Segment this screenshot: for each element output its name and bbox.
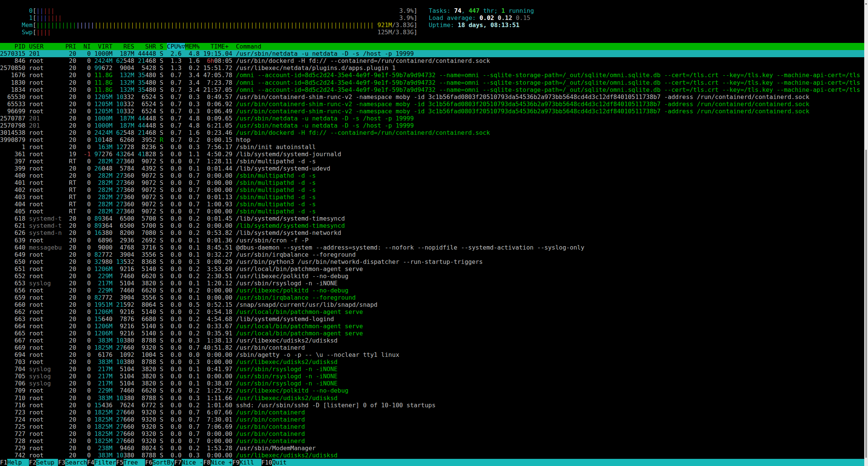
cell-virt: 11.8G	[95, 72, 113, 79]
fnlabel-kill[interactable]: Kill	[240, 459, 261, 466]
cell-user: root	[29, 93, 62, 101]
process-row-640[interactable]: 640 messagebu 20 0 9000 4768 3716 S 0.0 …	[0, 244, 864, 251]
fnlabel-search[interactable]: Search	[65, 459, 87, 466]
fnkey-f8[interactable]: F8	[203, 459, 210, 466]
fnlabel-filter[interactable]: Filter	[94, 459, 116, 466]
process-row-1[interactable]: 1 root 20 0 163M 12728 8236 S 0.0 0.3 7:…	[0, 143, 864, 151]
process-row-1834[interactable]: 1834 root 20 0 11.8G 132M 35480 S 0.7 3.…	[0, 86, 864, 93]
process-row-65533[interactable]: 65533 root 20 0 1205M 10332 6524 S 0.7 0…	[0, 101, 864, 108]
fnkey-f7[interactable]: F7	[174, 459, 181, 466]
process-row-397[interactable]: 397 root RT 0 282M 27360 9072 S 0.0 0.7 …	[0, 158, 864, 165]
fnlabel-nice-[interactable]: Nice -	[182, 459, 203, 466]
process-row-728[interactable]: 728 root 20 0 1825M 27660 9320 S 0.0 0.7…	[0, 437, 864, 445]
cell-ni: 0	[80, 287, 91, 294]
column-header-sort-cpu[interactable]: CPU%▽	[167, 43, 185, 50]
process-row-400[interactable]: 400 root 20 0 282M 27360 9072 S 0.0 0.7 …	[0, 172, 864, 179]
fnlabel-help[interactable]: Help	[7, 459, 29, 466]
process-row-3014538[interactable]: 3014538 root 20 0 2424M 62548 21468 S 0.…	[0, 129, 864, 136]
process-row-96699[interactable]: 96699 root 20 0 1205M 10332 6524 S 0.7 0…	[0, 108, 864, 115]
cell-user: root	[29, 323, 62, 330]
process-row-651[interactable]: 651 root 20 0 1206M 9216 5140 S 0.0 0.2 …	[0, 265, 864, 273]
process-row-694[interactable]: 694 root 20 0 6176 1092 1004 S 0.0 0.0 0…	[0, 351, 864, 358]
process-row-725[interactable]: 725 root 20 0 1825M 27660 9320 S 0.0 0.7…	[0, 423, 864, 430]
process-row-403[interactable]: 403 root RT 0 282M 27360 9072 S 0.0 0.7 …	[0, 193, 864, 201]
process-row-663[interactable]: 663 root 20 0 15640 7876 6680 S 0.0 0.2 …	[0, 315, 864, 323]
process-row-704[interactable]: 704 syslog 20 0 217M 5104 3820 S 0.0 0.1…	[0, 365, 864, 373]
process-row-660[interactable]: 660 root 20 0 1951M 21592 8064 S 0.0 0.5…	[0, 301, 864, 308]
process-row-727[interactable]: 727 root 20 0 1825M 27660 9320 S 0.0 0.7…	[0, 430, 864, 437]
scrollbar[interactable]	[864, 0, 868, 466]
process-row-639[interactable]: 639 root 20 0 6896 2936 2692 S 0.0 0.1 0…	[0, 237, 864, 244]
process-row-653[interactable]: 653 syslog 20 0 217M 5104 3820 S 0.0 0.1…	[0, 280, 864, 287]
column-headers-right[interactable]: MEM% TIME+ Command	[185, 43, 261, 50]
process-row-669[interactable]: 669 root 20 0 1825M 27660 9320 S 0.0 0.7…	[0, 344, 864, 351]
fnkey-f9[interactable]: F9	[232, 459, 240, 466]
fnlabel-setup[interactable]: Setup	[36, 459, 58, 466]
cell-state: S	[160, 229, 164, 236]
process-row-65530[interactable]: 65530 root 20 0 1205M 10332 6524 S 0.7 0…	[0, 93, 864, 101]
process-row-2570850[interactable]: 2570850 root 20 0 99672 9004 5428 S 1.3 …	[0, 64, 864, 72]
process-row-667[interactable]: 667 root 20 0 383M 10380 8788 S 0.0 0.3 …	[0, 337, 864, 344]
fnkey-f3[interactable]: F3	[58, 459, 65, 466]
process-row-626[interactable]: 626 systemd-n 20 0 16380 8200 7080 S 0.0…	[0, 229, 864, 236]
cell-mem: 0.1	[185, 251, 200, 258]
process-row-662[interactable]: 662 root 20 0 1206M 9216 5140 S 0.0 0.2 …	[0, 308, 864, 315]
process-row-652[interactable]: 652 root 20 0 229M 7460 6620 S 0.0 0.2 2…	[0, 273, 864, 280]
fnkey-f1[interactable]: F1	[0, 459, 7, 466]
process-row-846[interactable]: 846 root 20 0 2424M 62548 21468 S 1.3 1.…	[0, 57, 864, 64]
cell-res: 5784	[116, 165, 134, 172]
fnkey-f5[interactable]: F5	[116, 459, 123, 466]
process-row-2570798[interactable]: 2570798 201 20 0 1000M 187M 44448 S 0.7 …	[0, 122, 864, 129]
fnlabel-sortby[interactable]: SortBy	[153, 459, 174, 466]
process-row-706[interactable]: 706 syslog 20 0 217M 5104 3820 S 0.0 0.1…	[0, 380, 864, 387]
scrollbar-thumb[interactable]	[865, 150, 867, 458]
process-row-742[interactable]: 742 root 20 0 383M 10380 8788 S 0.0 0.3 …	[0, 452, 864, 459]
column-header-row[interactable]: PID USER PRI NI VIRT RES SHR S CPU%▽MEM%…	[0, 43, 864, 50]
process-row-2570787[interactable]: 2570787 201 20 0 1000M 187M 44448 S 0.7 …	[0, 115, 864, 122]
process-row-361[interactable]: 361 root 19 -1 97276 43264 41828 S 0.0 1…	[0, 151, 864, 158]
cell-cpu: 0.7	[167, 115, 182, 122]
process-row-405[interactable]: 405 root RT 0 282M 27360 9072 S 0.0 0.7 …	[0, 208, 864, 215]
cell-cpu: 0.7	[167, 136, 182, 143]
process-row-703[interactable]: 703 root 20 0 383M 10380 8788 S 0.0 0.3 …	[0, 358, 864, 365]
cell-pri: 20	[65, 280, 76, 287]
process-row-724[interactable]: 724 root 20 0 1825M 27660 9320 S 0.0 0.7…	[0, 416, 864, 423]
process-row-723[interactable]: 723 root 20 0 1825M 27660 9320 S 0.0 0.7…	[0, 409, 864, 416]
fnkey-f4[interactable]: F4	[87, 459, 94, 466]
process-row-402[interactable]: 402 root RT 0 282M 27360 9072 S 0.0 0.7 …	[0, 186, 864, 193]
process-row-621[interactable]: 621 systemd-t 20 0 89364 6500 5700 S 0.0…	[0, 222, 864, 229]
fnkey-f6[interactable]: F6	[145, 459, 152, 466]
fnlabel-nice-[interactable]: Nice +	[211, 459, 232, 466]
process-row-2570315[interactable]: 2570315 201 20 0 1000M 187M 44448 S 2.6 …	[0, 50, 864, 57]
column-headers-left[interactable]: PID USER PRI NI VIRT RES SHR S	[0, 43, 167, 50]
fnkey-f10[interactable]: F10	[261, 459, 272, 466]
process-row-3990879[interactable]: 3990879 root 20 0 10148 6260 3952 R 0.7 …	[0, 136, 864, 143]
cell-time: 0:00.00	[203, 222, 232, 229]
fnkey-f2[interactable]: F2	[29, 459, 36, 466]
process-row-618[interactable]: 618 systemd-t 20 0 89364 6500 5700 S 0.0…	[0, 215, 864, 222]
cell-pri: RT	[65, 158, 76, 165]
process-row-656[interactable]: 656 root 20 0 229M 7460 6620 S 0.0 0.2 0…	[0, 287, 864, 294]
cell-virt: 10	[95, 136, 102, 143]
process-row-709[interactable]: 709 root 20 0 229M 7460 6620 S 0.0 0.2 1…	[0, 387, 864, 394]
cell-user: root	[29, 64, 62, 72]
process-row-705[interactable]: 705 syslog 20 0 217M 5104 3820 S 0.0 0.1…	[0, 373, 864, 380]
process-row-1676[interactable]: 1676 root 20 0 11.8G 132M 35480 S 0.7 3.…	[0, 72, 864, 79]
process-row-404[interactable]: 404 root RT 0 282M 27360 9072 S 0.0 0.7 …	[0, 201, 864, 208]
process-row-664[interactable]: 664 root 20 0 1206M 9216 5140 S 0.0 0.2 …	[0, 323, 864, 330]
process-row-650[interactable]: 650 root 20 0 32980 13532 8368 S 0.0 0.3…	[0, 258, 864, 265]
process-row-401[interactable]: 401 root RT 0 282M 27360 9072 S 0.0 0.7 …	[0, 179, 864, 186]
cell-pid: 653	[0, 280, 25, 287]
process-row-659[interactable]: 659 root 20 0 82772 3904 3556 S 0.0 0.1 …	[0, 294, 864, 301]
function-key-bar[interactable]: F1Help F2Setup F3SearchF4FilterF5Tree F6…	[0, 459, 864, 466]
fnlabel-quit[interactable]: Quit	[272, 459, 294, 466]
process-row-716[interactable]: 716 root 20 0 15436 7624 6772 S 0.0 0.2 …	[0, 402, 864, 409]
cell-virt: 82	[95, 251, 102, 258]
process-row-710[interactable]: 710 root 20 0 383M 10380 8788 S 0.0 0.3 …	[0, 394, 864, 402]
process-row-729[interactable]: 729 root 20 0 238M 9460 8024 S 0.0 0.2 1…	[0, 445, 864, 452]
process-row-1830[interactable]: 1830 root 20 0 11.8G 132M 35480 S 0.7 3.…	[0, 79, 864, 86]
fnlabel-tree[interactable]: Tree	[124, 459, 145, 466]
process-row-399[interactable]: 399 root 20 0 26048 5784 4392 S 0.0 0.1 …	[0, 165, 864, 172]
process-row-649[interactable]: 649 root 20 0 82772 3904 3556 S 0.0 0.1 …	[0, 251, 864, 258]
process-row-665[interactable]: 665 root 20 0 1206M 9216 5140 S 0.0 0.2 …	[0, 330, 864, 337]
